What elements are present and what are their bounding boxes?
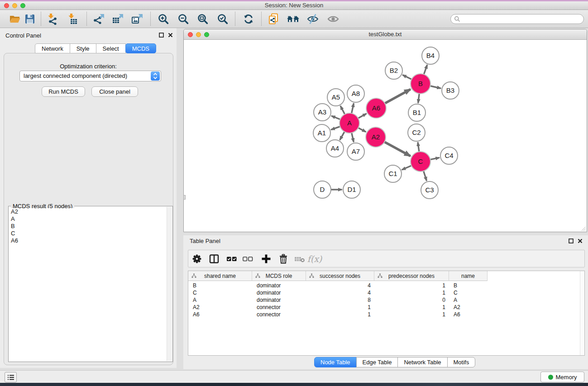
column-header-predecessor-nodes[interactable]: predecessor nodes (374, 271, 449, 281)
network-window-titlebar[interactable]: testGlobe.txt (184, 29, 587, 40)
mcds-list-scrollbar[interactable] (167, 207, 172, 361)
tab-network[interactable]: Network (35, 43, 70, 53)
splitter-grip[interactable] (183, 195, 186, 200)
zoom-out-button[interactable] (175, 11, 191, 27)
mcds-result-item[interactable]: A (9, 215, 167, 223)
graph-node-B3[interactable]: B3 (442, 82, 459, 99)
graph-edge-A-A7[interactable] (352, 133, 354, 142)
graph-node-A3[interactable]: A3 (314, 104, 331, 121)
float-panel-icon[interactable] (569, 238, 574, 243)
run-mcds-button[interactable]: Run MCDS (42, 86, 85, 97)
graph-node-B2[interactable]: B2 (385, 62, 402, 79)
close-panel-icon[interactable] (168, 33, 173, 38)
graph-edge-A-A4[interactable] (340, 132, 345, 140)
zoom-window-button[interactable] (20, 3, 25, 8)
delete-table-button[interactable] (292, 250, 307, 267)
tab-node-table[interactable]: Node Table (314, 357, 357, 367)
search-input[interactable] (460, 16, 574, 22)
graph-edge-A-A2[interactable] (358, 128, 366, 132)
memory-button[interactable]: Memory (540, 372, 584, 382)
column-header-name[interactable]: name (449, 271, 488, 281)
function-builder-button[interactable]: f(x) (307, 250, 322, 267)
search-field[interactable] (450, 14, 584, 24)
export-table-button[interactable] (110, 11, 126, 27)
graph-node-C1[interactable]: C1 (384, 165, 402, 182)
tab-edge-table[interactable]: Edge Table (356, 357, 398, 367)
graph-edge-A-A3[interactable] (331, 116, 340, 119)
graph-edge-B-B2[interactable] (402, 75, 411, 79)
delete-column-button[interactable] (276, 250, 291, 267)
mcds-result-item[interactable]: A6 (9, 237, 167, 244)
minimize-network-button[interactable] (196, 32, 201, 37)
show-graphics-button[interactable] (325, 11, 341, 27)
graph-edge-B-B1[interactable] (418, 93, 420, 103)
column-header-shared-name[interactable]: shared name (188, 271, 252, 281)
criterion-dropdown[interactable]: largest connected component (directed) (19, 71, 161, 81)
close-panel-button[interactable]: Close panel (91, 86, 138, 97)
zoom-network-button[interactable] (204, 32, 209, 37)
graph-node-C3[interactable]: C3 (421, 181, 438, 199)
graph-node-A[interactable]: A (339, 113, 359, 133)
mcds-result-item[interactable]: C (9, 230, 167, 237)
table-row[interactable]: A6connector11A6 (188, 311, 579, 318)
deselect-all-button[interactable] (240, 250, 255, 267)
graph-edge-C-C3[interactable] (424, 171, 427, 181)
graph-edge-C-C2[interactable] (418, 142, 419, 152)
mcds-result-item[interactable]: A2 (9, 208, 167, 215)
open-session-button[interactable] (7, 11, 23, 27)
minimize-window-button[interactable] (12, 3, 17, 8)
table-row[interactable]: Cdominator41C (188, 289, 579, 296)
graph-node-A4[interactable]: A4 (326, 140, 344, 157)
tab-motifs[interactable]: Motifs (447, 357, 476, 367)
float-panel-icon[interactable] (159, 33, 164, 38)
graph-edge-C-C1[interactable] (402, 166, 412, 170)
zoom-fit-button[interactable] (195, 11, 211, 27)
graph-node-B4[interactable]: B4 (422, 47, 439, 64)
tab-select[interactable]: Select (96, 43, 126, 53)
graph-node-A5[interactable]: A5 (327, 89, 344, 106)
export-network-button[interactable] (91, 11, 107, 27)
graph-node-A1[interactable]: A1 (313, 124, 330, 142)
mcds-result-item[interactable]: B (9, 223, 167, 230)
column-header-successor-nodes[interactable]: successor nodes (306, 271, 374, 281)
table-row[interactable]: Bdominator41B (188, 282, 579, 289)
graph-edge-A-A5[interactable] (340, 106, 345, 114)
select-all-button[interactable] (224, 250, 239, 267)
table-row[interactable]: A2connector11A2 (188, 304, 579, 311)
graph-edge-A2-C[interactable] (384, 142, 411, 156)
network-canvas[interactable]: B4B2BB3A8A5A6A3B1AC2A1A2A4A7C4CC1C3DD1 (184, 40, 587, 232)
graph-node-B[interactable]: B (411, 74, 430, 94)
tab-mcds[interactable]: MCDS (125, 43, 156, 53)
task-history-button[interactable] (5, 372, 17, 382)
graph-edge-B-B3[interactable] (430, 86, 441, 88)
tab-style[interactable]: Style (70, 43, 96, 53)
graph-edge-A-A6[interactable] (358, 114, 367, 119)
close-window-button[interactable] (4, 3, 9, 8)
toggle-columns-button[interactable] (206, 250, 222, 267)
zoom-selected-button[interactable] (215, 11, 231, 27)
graph-node-C4[interactable]: C4 (440, 147, 458, 164)
graph-node-A7[interactable]: A7 (347, 143, 364, 160)
refresh-button[interactable] (240, 11, 257, 27)
column-header-MCDS-role[interactable]: MCDS role (252, 271, 306, 281)
graph-edge-A-A1[interactable] (331, 126, 340, 129)
home-view-button[interactable] (285, 11, 301, 27)
export-image-button[interactable] (129, 11, 145, 27)
table-row[interactable]: Adominator80A (188, 296, 579, 304)
graph-node-A8[interactable]: A8 (347, 85, 364, 102)
graph-node-A2[interactable]: A2 (366, 127, 386, 147)
save-session-button[interactable] (22, 11, 38, 27)
close-network-button[interactable] (188, 32, 193, 37)
graph-edge-B-B4[interactable] (424, 65, 427, 74)
resize-grip-icon[interactable] (580, 225, 586, 231)
add-column-button[interactable] (258, 250, 274, 267)
import-network-button[interactable] (44, 11, 60, 27)
graph-node-A6[interactable]: A6 (366, 98, 386, 118)
graph-edge-C-C4[interactable] (430, 157, 440, 159)
graph-node-C2[interactable]: C2 (408, 124, 425, 141)
zoom-in-button[interactable] (155, 11, 172, 27)
table-settings-button[interactable] (189, 250, 205, 267)
duplicate-network-button[interactable] (266, 11, 282, 27)
graph-edge-A-A8[interactable] (352, 103, 354, 114)
import-table-button[interactable] (64, 11, 81, 27)
